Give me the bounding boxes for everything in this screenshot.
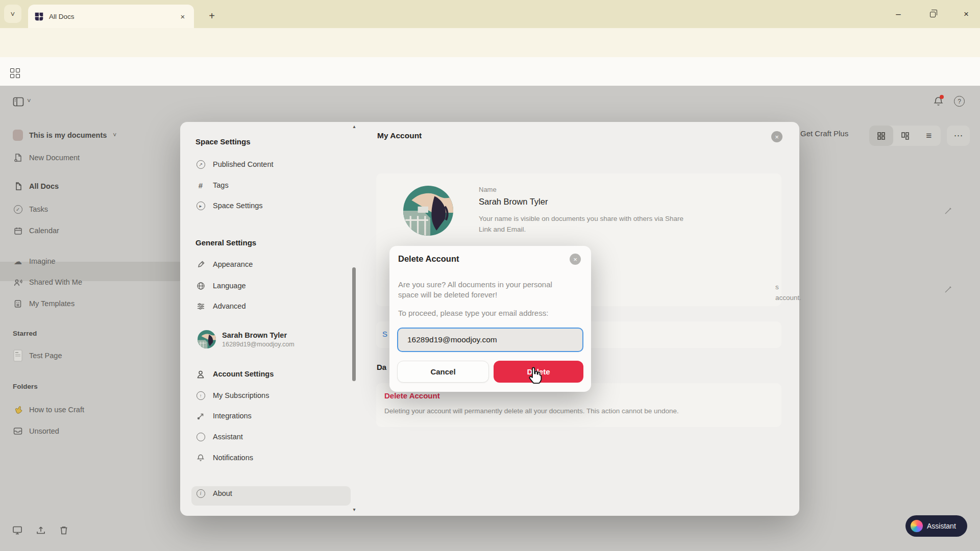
sidebar-item-shared-with-me[interactable]: Shared With Me (0, 274, 181, 290)
restore-icon (930, 12, 936, 17)
person-icon (195, 370, 206, 379)
nav-item-integrations[interactable]: Integrations (195, 408, 349, 424)
nav-item-tags[interactable]: # Tags (195, 177, 349, 193)
import-icon[interactable] (36, 525, 46, 535)
nav-item-notifications[interactable]: Notifications (195, 449, 349, 466)
bell-icon (195, 454, 206, 462)
sidebar-item-label: Imagine (29, 257, 56, 265)
trash-icon[interactable] (59, 525, 68, 535)
nav-user-row[interactable]: Sarah Brown Tyler 16289d19@moodjoy.com (198, 330, 351, 348)
signout-link-fragment[interactable]: S (382, 330, 387, 338)
sidebar-item-how-to-use-craft[interactable]: How to use Craft (0, 402, 181, 417)
board-view-button[interactable] (893, 126, 917, 146)
all-docs-icon (13, 182, 23, 191)
tab-search-button[interactable]: ˅ (4, 5, 21, 23)
nav-item-assistant[interactable]: Assistant (195, 429, 349, 445)
nav-item-label: Appearance (213, 260, 253, 268)
delete-button[interactable]: Delete (494, 361, 583, 383)
assistant-orb-icon (911, 520, 923, 532)
nav-item-my-subscriptions[interactable]: ↑ My Subscriptions (195, 387, 349, 404)
inbox-icon (13, 427, 23, 435)
workspace-switcher[interactable]: This is my documents ˅ (0, 128, 181, 143)
nav-item-space-settings[interactable]: ▸ Space Settings (195, 197, 349, 214)
dialog-title: Delete Account (398, 254, 459, 264)
list-view-button[interactable]: ≡ (917, 126, 941, 146)
sidebar-item-label: Shared With Me (29, 278, 82, 286)
appearance-brush-icon (195, 260, 206, 269)
tab-close-icon[interactable]: × (178, 11, 188, 21)
nav-item-about[interactable]: i About (195, 485, 349, 502)
dialog-warning-text: Are you sure? All documents in your pers… (398, 280, 574, 300)
sidebar-item-tasks[interactable]: ✓ Tasks (0, 202, 181, 217)
nav-item-label: Published Content (213, 160, 274, 168)
modal-close-icon[interactable]: × (771, 131, 782, 142)
nav-item-appearance[interactable]: Appearance (195, 256, 349, 272)
edit-email-icon[interactable] (944, 286, 952, 294)
browser-toolbar: ← → ↻ docs.craft.do/s/This-is-my-documen… (0, 28, 980, 57)
help-icon[interactable]: ? (954, 96, 965, 107)
page-thumbnail-icon (13, 349, 23, 362)
subscriptions-icon: ↑ (197, 391, 205, 400)
modal-scrollbar[interactable] (352, 267, 356, 381)
nav-item-account-settings[interactable]: Account Settings (195, 366, 349, 382)
edit-name-icon[interactable] (944, 207, 952, 215)
tasks-icon: ✓ (13, 205, 23, 214)
notifications-bell-icon[interactable] (933, 96, 944, 107)
dialog-close-icon[interactable]: × (570, 254, 581, 265)
grid-view-button[interactable] (869, 126, 893, 146)
apps-grid-icon[interactable] (10, 68, 20, 78)
sliders-icon (195, 303, 206, 310)
window-minimize-button[interactable]: – (891, 7, 906, 21)
nav-item-label: Assistant (213, 433, 243, 441)
nav-section-space-settings: Space Settings (195, 137, 251, 146)
sidebar-item-label: How to use Craft (29, 406, 84, 414)
sidebar-item-unsorted[interactable]: Unsorted (0, 423, 181, 439)
desktop-app-icon[interactable] (12, 525, 22, 535)
user-email: 16289d19@moodjoy.com (222, 341, 295, 348)
delete-account-link[interactable]: Delete Account (384, 391, 440, 400)
sidebar-item-all-docs[interactable]: All Docs (0, 179, 181, 194)
name-description: Your name is visible on documents you sh… (479, 213, 693, 235)
sidebar-item-calendar[interactable]: Calendar (0, 223, 181, 238)
email-description-fragment: s account. (775, 282, 801, 303)
window-close-button[interactable]: × (959, 7, 974, 21)
nav-item-label: Language (213, 282, 246, 290)
new-document-icon (13, 153, 23, 162)
scroll-up-icon[interactable]: ▴ (350, 123, 359, 129)
more-options-button[interactable]: ⋯ (947, 126, 970, 146)
chevron-down-icon: ˅ (113, 132, 116, 139)
sidebar-item-imagine[interactable]: ☁ Imagine (0, 254, 181, 269)
name-value: Sarah Brown Tyler (479, 197, 548, 207)
nav-item-advanced[interactable]: Advanced (195, 298, 349, 314)
workspace-label: This is my documents (29, 131, 107, 139)
craft-logo-icon (34, 12, 44, 21)
sidebar-toggle-icon[interactable] (13, 97, 24, 107)
email-confirm-input[interactable] (397, 328, 583, 352)
sidebar-item-my-templates[interactable]: My Templates (0, 296, 181, 311)
new-tab-button[interactable]: + (204, 8, 219, 23)
panel-title: My Account (377, 131, 422, 140)
cancel-button[interactable]: Cancel (397, 361, 489, 383)
nav-item-language[interactable]: Language (195, 278, 349, 294)
nav-item-label: Space Settings (213, 202, 263, 210)
chevron-down-icon: ˅ (11, 10, 15, 18)
sidebar-item-label: My Templates (29, 299, 75, 308)
profile-avatar[interactable] (403, 186, 453, 236)
nav-item-label: Notifications (213, 454, 253, 462)
nav-item-label: Advanced (213, 302, 246, 310)
app-top-strip (0, 57, 980, 86)
scroll-down-icon[interactable]: ▾ (350, 507, 359, 512)
sidebar-item-label: All Docs (29, 182, 59, 190)
window-restore-button[interactable] (925, 7, 940, 21)
sidebar-toggle-chevron[interactable]: ˅ (27, 97, 31, 105)
globe-icon (195, 282, 206, 290)
sidebar-item-new-document[interactable]: New Document (0, 150, 181, 165)
get-craft-plus-button[interactable]: Get Craft Plus (800, 129, 848, 138)
published-content-icon: ↗ (197, 160, 205, 169)
nav-item-published-content[interactable]: ↗ Published Content (195, 156, 349, 172)
browser-tab[interactable]: All Docs × (28, 5, 194, 28)
notification-dot (940, 95, 944, 99)
assistant-circle-icon (197, 433, 205, 441)
sidebar-item-test-page[interactable]: Test Page (0, 348, 181, 363)
assistant-button[interactable]: Assistant (905, 515, 967, 537)
